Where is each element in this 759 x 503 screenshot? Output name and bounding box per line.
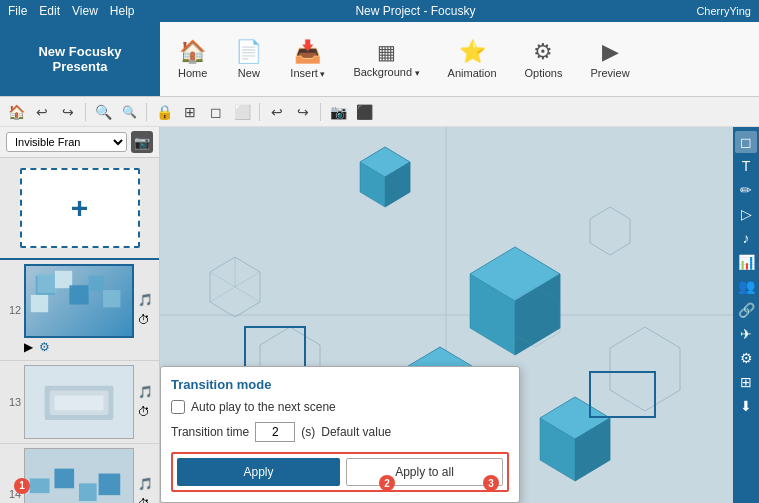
svg-rect-12 [79,484,97,502]
toolbar-sep-1 [85,103,86,121]
sidebar-btn-image[interactable]: ◻ [735,131,757,153]
default-label: Default value [321,425,391,439]
canvas-area[interactable]: Transition mode Auto play to the next sc… [160,127,733,503]
title-bar: File Edit View Help New Project - Focusk… [0,0,759,22]
svg-rect-4 [69,285,88,304]
tab-insert[interactable]: 📥 Insert [276,22,339,96]
toolbar-frame[interactable]: ◻ [204,100,228,124]
svg-rect-3 [31,295,48,312]
title-bar-menu: File Edit View Help [8,4,135,18]
sidebar-btn-audio[interactable]: ♪ [735,227,757,249]
toolbar-sep-2 [146,103,147,121]
toolbar-window[interactable]: ⬛ [352,100,376,124]
insert-icon: 📥 [294,39,321,65]
autoplay-label: Auto play to the next scene [191,400,336,414]
add-slide-button[interactable]: + [20,168,140,248]
right-sidebar: ◻ T ✏ ▷ ♪ 📊 👥 🔗 ✈ ⚙ ⊞ ⬇ [733,127,759,503]
play-icon-12[interactable]: ▶ [24,340,33,354]
tab-new[interactable]: 📄 New [221,22,276,96]
camera-button[interactable]: 📷 [131,131,153,153]
slide-item-12: 12 [0,258,159,361]
apply-button[interactable]: Apply [177,458,340,486]
transition-buttons: Apply Apply to all [171,452,509,492]
toolbar-grid[interactable]: ⊞ [178,100,202,124]
sidebar-btn-draw[interactable]: ✏ [735,179,757,201]
menu-file[interactable]: File [8,4,27,18]
tab-insert-label: Insert [290,67,325,79]
home-icon: 🏠 [179,39,206,65]
background-icon: ▦ [377,40,396,64]
sidebar-btn-play[interactable]: ▷ [735,203,757,225]
tab-preview-label: Preview [590,67,629,79]
slide-controls-12: 🎵 ⏱ [138,293,153,327]
slide-number-12: 12 [6,304,24,316]
sidebar-btn-chart[interactable]: 📊 [735,251,757,273]
sidebar-btn-text[interactable]: T [735,155,757,177]
user-name: CherryYing [696,5,751,17]
toolbar-sep-4 [320,103,321,121]
slide-thumb-14[interactable] [24,448,134,503]
toolbar-redo[interactable]: ↪ [56,100,80,124]
tab-home-label: Home [178,67,207,79]
animation-icon: ⭐ [459,39,486,65]
tab-background[interactable]: ▦ Background [339,22,433,96]
apply-all-button[interactable]: Apply to all [346,458,503,486]
toolbar-lock[interactable]: 🔒 [152,100,176,124]
tab-options[interactable]: ⚙ Options [511,22,577,96]
camera-icon: 📷 [134,135,150,150]
ribbon-tabs: 🏠 Home 📄 New 📥 Insert ▦ Background ⭐ Ani… [160,22,648,96]
slide-controls-14: 🎵 ⏱ [138,477,153,503]
sidebar-btn-grid[interactable]: ⊞ [735,371,757,393]
menu-edit[interactable]: Edit [39,4,60,18]
tab-background-label: Background [353,66,419,78]
audio-icon-13[interactable]: 🎵 [138,385,153,399]
options-icon: ⚙ [533,39,553,65]
toolbar-undo[interactable]: ↩ [30,100,54,124]
sidebar-btn-down[interactable]: ⬇ [735,395,757,417]
step-badge-2: 2 [379,475,395,491]
frame-type-select[interactable]: Invisible Fran [6,132,127,152]
step-badge-1: 1 [14,478,30,494]
toolbar-back[interactable]: ↩ [265,100,289,124]
time-label: Transition time [171,425,249,439]
plus-icon: + [71,191,89,225]
slide-controls-13: 🎵 ⏱ [138,385,153,419]
audio-icon-14[interactable]: 🎵 [138,477,153,491]
svg-rect-10 [30,479,50,494]
slide-thumb-12[interactable] [24,264,134,338]
settings-icon-12[interactable]: ⚙ [39,340,50,354]
timer-icon-13[interactable]: ⏱ [138,405,153,419]
ribbon: New Focusky Presenta 🏠 Home 📄 New 📥 Inse… [0,22,759,97]
tab-home[interactable]: 🏠 Home [164,22,221,96]
window-title: New Project - Focusky [135,4,697,18]
sidebar-btn-fly[interactable]: ✈ [735,323,757,345]
toolbar-zoom-in[interactable]: 🔍 [91,100,115,124]
sidebar-btn-link[interactable]: 🔗 [735,299,757,321]
tab-new-label: New [238,67,260,79]
ribbon-logo: New Focusky Presenta [0,22,160,96]
toolbar-zoom-out[interactable]: 🔍 [117,100,141,124]
timer-icon-14[interactable]: ⏱ [138,497,153,503]
slide-number-13: 13 [6,396,24,408]
transition-time-input[interactable] [255,422,295,442]
transition-title: Transition mode [171,377,509,392]
toolbar-home[interactable]: 🏠 [4,100,28,124]
menu-help[interactable]: Help [110,4,135,18]
toolbar-forward[interactable]: ↪ [291,100,315,124]
new-icon: 📄 [235,39,262,65]
sidebar-btn-settings[interactable]: ⚙ [735,347,757,369]
sidebar-btn-users[interactable]: 👥 [735,275,757,297]
tab-preview[interactable]: ▶ Preview [576,22,643,96]
tab-animation[interactable]: ⭐ Animation [434,22,511,96]
audio-icon-12[interactable]: 🎵 [138,293,153,307]
svg-rect-9 [54,396,103,411]
autoplay-checkbox[interactable] [171,400,185,414]
timer-icon-12[interactable]: ⏱ [138,313,153,327]
tab-animation-label: Animation [448,67,497,79]
slide-panel-header: Invisible Fran 📷 [0,127,159,158]
slide-thumb-13[interactable] [24,365,134,439]
slide-panel: Invisible Fran 📷 + 12 [0,127,160,503]
toolbar-fullscreen[interactable]: ⬜ [230,100,254,124]
menu-view[interactable]: View [72,4,98,18]
toolbar-camera[interactable]: 📷 [326,100,350,124]
